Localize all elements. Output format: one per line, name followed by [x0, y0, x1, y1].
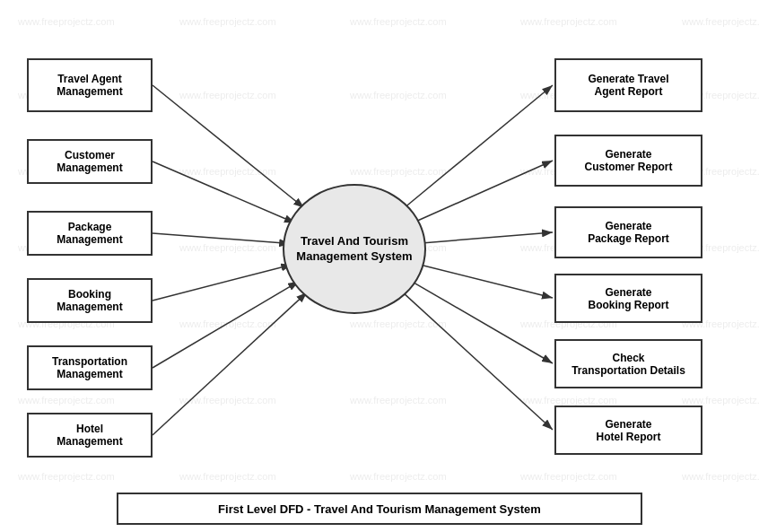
center-circle: Travel And Tourism Management System — [283, 184, 426, 314]
svg-line-1 — [153, 85, 304, 208]
right-box-1: Generate TravelAgent Report — [554, 58, 702, 112]
right-box-6: GenerateHotel Report — [554, 406, 702, 455]
svg-line-2 — [153, 161, 295, 222]
svg-line-8 — [414, 161, 553, 222]
footer-box: First Level DFD - Travel And Tourism Man… — [117, 493, 642, 525]
svg-line-9 — [419, 232, 553, 243]
right-box-3: GeneratePackage Report — [554, 206, 702, 258]
svg-line-4 — [153, 265, 292, 301]
center-label: Travel And Tourism Management System — [284, 234, 424, 265]
svg-line-3 — [153, 233, 290, 244]
left-box-2: CustomerManagement — [27, 139, 153, 184]
footer-label: First Level DFD - Travel And Tourism Man… — [218, 502, 541, 516]
svg-line-10 — [417, 264, 553, 298]
right-box-5: CheckTransportation Details — [554, 339, 702, 388]
left-box-6: HotelManagement — [27, 413, 153, 458]
svg-line-7 — [405, 85, 553, 207]
left-box-1: Travel AgentManagement — [27, 58, 153, 112]
left-box-3: PackageManagement — [27, 211, 153, 256]
svg-line-12 — [402, 292, 553, 430]
left-box-5: TransportationManagement — [27, 345, 153, 390]
right-box-2: GenerateCustomer Report — [554, 135, 702, 187]
svg-line-6 — [153, 292, 307, 435]
left-box-4: BookingManagement — [27, 278, 153, 323]
right-box-4: GenerateBooking Report — [554, 274, 702, 323]
